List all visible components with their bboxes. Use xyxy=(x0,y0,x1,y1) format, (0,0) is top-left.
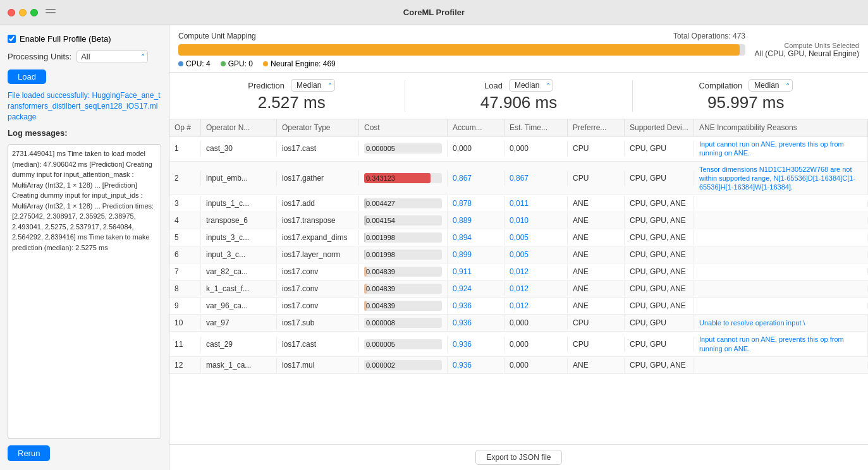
cell-preferred: CPU xyxy=(568,171,625,186)
cell-op-name: mask_1_ca... xyxy=(201,358,277,373)
cell-supported: CPU, GPU, ANE xyxy=(625,230,694,245)
table-row[interactable]: 10 var_97 ios17.sub 0.000008 0,936 0,000… xyxy=(169,315,868,332)
cell-ane-reason xyxy=(694,268,868,275)
cell-preferred: ANE xyxy=(568,264,625,279)
maximize-button[interactable] xyxy=(30,9,38,16)
cell-op-type: ios17.sub xyxy=(277,315,359,330)
cell-cost: 0.000005 xyxy=(359,336,448,352)
cell-accum: 0,936 xyxy=(448,298,504,313)
cell-accum: 0,936 xyxy=(448,337,504,352)
processing-units-select[interactable]: All CPU Only CPU and GPU xyxy=(76,50,148,63)
col-ane-reason: ANE Incompatibility Reasons xyxy=(694,119,868,136)
cell-op-name: input_3_c... xyxy=(201,247,277,262)
minimize-button[interactable] xyxy=(19,9,27,16)
sidebar: Enable Full Profile (Beta) Processing Un… xyxy=(0,25,169,470)
cell-accum: 0,924 xyxy=(448,281,504,296)
cell-supported: CPU, GPU, ANE xyxy=(625,298,694,313)
cell-op-num: 1 xyxy=(169,141,201,156)
metric-compilation: Compilation MedianMean ⌃ 95.997 ms xyxy=(633,79,859,112)
cell-preferred: CPU xyxy=(568,141,625,156)
load-select[interactable]: MedianMean xyxy=(509,79,553,92)
compute-units-selected-info: Compute Units Selected All (CPU, GPU, Ne… xyxy=(745,42,859,58)
cell-preferred: ANE xyxy=(568,230,625,245)
prediction-select[interactable]: MedianMean xyxy=(291,79,335,92)
cell-op-name: inputs_1_c... xyxy=(201,196,277,211)
cell-op-num: 12 xyxy=(169,358,201,373)
cell-op-num: 6 xyxy=(169,247,201,262)
compilation-label: Compilation xyxy=(699,81,742,90)
cell-supported: CPU, GPU, ANE xyxy=(625,264,694,279)
cell-op-num: 11 xyxy=(169,337,201,352)
legend-item-cpu: CPU: 4 xyxy=(178,59,211,68)
cell-op-num: 2 xyxy=(169,171,201,186)
cell-accum: 0,867 xyxy=(448,171,504,186)
cell-op-name: transpose_6 xyxy=(201,213,277,228)
cell-cost: 0.004839 xyxy=(359,298,448,314)
legend-item-ane: Neural Engine: 469 xyxy=(263,59,336,68)
metric-prediction: Prediction MedianMean ⌃ 2.527 ms xyxy=(178,79,405,112)
cell-op-type: ios17.gather xyxy=(277,171,359,186)
cell-op-num: 9 xyxy=(169,298,201,313)
cell-cost: 0.001998 xyxy=(359,246,448,263)
table-row[interactable]: 2 input_emb... ios17.gather 0.343123 0,8… xyxy=(169,162,868,196)
cell-est-time: 0,011 xyxy=(504,196,568,211)
cell-est-time: 0,010 xyxy=(504,213,568,228)
cell-supported: CPU, GPU, ANE xyxy=(625,247,694,262)
cell-op-type: ios17.mul xyxy=(277,358,359,373)
cell-est-time: 0,005 xyxy=(504,247,568,262)
cell-ane-reason xyxy=(694,251,868,258)
table-body: 1 cast_30 ios17.cast 0.000005 0,000 0,00… xyxy=(169,136,868,444)
sidebar-toggle-icon[interactable] xyxy=(46,9,56,16)
cell-op-num: 5 xyxy=(169,230,201,245)
cell-op-type: ios17.transpose xyxy=(277,213,359,228)
cell-est-time: 0,012 xyxy=(504,264,568,279)
cell-ane-reason xyxy=(694,234,868,241)
log-messages-label: Log messages: xyxy=(8,128,161,138)
table-row[interactable]: 6 input_3_c... ios17.layer_norm 0.001998… xyxy=(169,246,868,263)
cell-cost: 0.001998 xyxy=(359,229,448,246)
cell-op-type: ios17.cast xyxy=(277,337,359,352)
compute-unit-progress-bar xyxy=(178,44,745,56)
table-row[interactable]: 12 mask_1_ca... ios17.mul 0.000002 0,936… xyxy=(169,357,868,374)
load-button[interactable]: Load xyxy=(8,69,46,84)
log-box[interactable]: 2731.449041] ms Time taken to load model… xyxy=(8,144,161,439)
cell-op-num: 8 xyxy=(169,281,201,296)
table-row[interactable]: 3 inputs_1_c... ios17.add 0.004427 0,878… xyxy=(169,195,868,212)
export-button[interactable]: Export to JSON file xyxy=(475,450,561,465)
cell-op-num: 10 xyxy=(169,315,201,330)
cell-ane-reason xyxy=(694,286,868,292)
prediction-label: Prediction xyxy=(248,81,284,90)
col-op-type: Operator Type xyxy=(277,119,359,136)
cell-supported: CPU, GPU, ANE xyxy=(625,213,694,228)
table-row[interactable]: 4 transpose_6 ios17.transpose 0.004154 0… xyxy=(169,212,868,229)
titlebar: CoreML Profiler xyxy=(0,0,868,25)
cell-ane-reason xyxy=(694,303,868,309)
table-row[interactable]: 8 k_1_cast_f... ios17.conv 0.004839 0,92… xyxy=(169,280,868,298)
cell-op-num: 7 xyxy=(169,264,201,279)
table-row[interactable]: 11 cast_29 ios17.cast 0.000005 0,936 0,0… xyxy=(169,332,868,357)
cell-accum: 0,878 xyxy=(448,196,504,211)
close-button[interactable] xyxy=(8,9,15,16)
gpu-legend-label: GPU: 0 xyxy=(228,59,253,68)
cell-supported: CPU, GPU xyxy=(625,171,694,186)
load-label: Load xyxy=(484,81,503,90)
gpu-dot-icon xyxy=(221,61,226,66)
file-loaded-text: File loaded successfully: HuggingFace_an… xyxy=(8,90,161,122)
compilation-select[interactable]: MedianMean xyxy=(749,79,793,92)
cell-ane-reason xyxy=(694,362,868,368)
cpu-dot-icon xyxy=(178,61,183,66)
rerun-button[interactable]: Rerun xyxy=(8,445,50,461)
app-title: CoreML Profiler xyxy=(403,8,465,17)
table-row[interactable]: 1 cast_30 ios17.cast 0.000005 0,000 0,00… xyxy=(169,136,868,162)
cell-accum: 0,899 xyxy=(448,247,504,262)
table-row[interactable]: 9 var_96_ca... ios17.conv 0.004839 0,936… xyxy=(169,298,868,315)
enable-full-profile-checkbox[interactable] xyxy=(8,35,16,43)
table-row[interactable]: 5 inputs_3_c... ios17.expand_dims 0.0019… xyxy=(169,229,868,246)
cell-preferred: CPU xyxy=(568,315,625,330)
total-ops: Total Operations: 473 xyxy=(673,32,745,40)
cell-est-time: 0,000 xyxy=(504,337,568,352)
metric-load: Load MedianMean ⌃ 47.906 ms xyxy=(405,79,632,112)
cell-accum: 0,936 xyxy=(448,315,504,330)
table-row[interactable]: 7 var_82_ca... ios17.conv 0.004839 0,911… xyxy=(169,263,868,280)
cell-op-name: var_97 xyxy=(201,315,277,330)
